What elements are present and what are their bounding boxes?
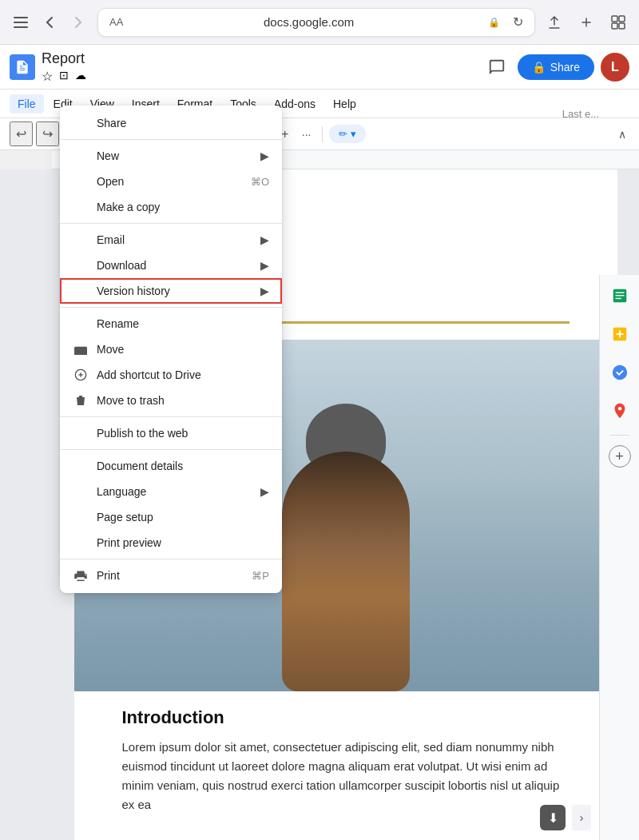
- move-trash-label: Move to trash: [97, 394, 269, 407]
- redo-button[interactable]: ↪: [36, 121, 59, 146]
- trash-icon: [73, 394, 89, 407]
- intro-section: Introduction Lorem ipsum dolor sit amet,…: [74, 691, 617, 830]
- svg-rect-5: [612, 16, 617, 22]
- header-right-area: 🔒 Share L: [482, 53, 629, 82]
- print-shortcut: ⌘P: [252, 570, 269, 582]
- share-label: Share: [550, 61, 580, 74]
- upload-button[interactable]: [543, 11, 566, 34]
- editing-label: ▾: [351, 128, 356, 140]
- menu-option-move[interactable]: Move: [60, 336, 282, 362]
- menu-option-email[interactable]: Email ▶: [60, 227, 282, 253]
- comment-button[interactable]: [482, 53, 511, 82]
- tabs-overview-button[interactable]: [607, 11, 629, 34]
- address-lock-icon: 🔒: [488, 17, 500, 28]
- menu-option-share[interactable]: Share: [60, 110, 282, 136]
- editing-mode-button[interactable]: ✏ ▾: [329, 125, 366, 143]
- maps-sidebar-icon[interactable]: [605, 396, 634, 425]
- add-shortcut-label: Add shortcut to Drive: [97, 368, 269, 381]
- menu-option-doc-details[interactable]: Document details: [60, 453, 282, 479]
- download-submenu-arrow: ▶: [260, 259, 269, 272]
- separator-1: [60, 139, 282, 140]
- add-tab-button[interactable]: [575, 11, 597, 34]
- email-submenu-arrow: ▶: [260, 233, 269, 246]
- menu-option-print[interactable]: Print ⌘P: [60, 563, 282, 588]
- separator-2: [60, 223, 282, 224]
- menu-option-publish-web[interactable]: Publish to the web: [60, 420, 282, 446]
- docs-title-area: Report ☆ ⊡ ☁: [42, 50, 476, 84]
- intro-heading: Introduction: [122, 707, 570, 728]
- sidebar-toggle-button[interactable]: [10, 11, 32, 34]
- sidebar-add-button[interactable]: +: [609, 445, 631, 468]
- svg-rect-7: [612, 23, 617, 29]
- move-folder-icon: [73, 344, 89, 355]
- keep-sidebar-icon[interactable]: [605, 320, 634, 348]
- menu-option-page-setup[interactable]: Page setup: [60, 504, 282, 530]
- version-history-arrow: ▶: [260, 285, 269, 297]
- address-aa-label: AA: [109, 16, 123, 28]
- svg-rect-2: [14, 26, 28, 28]
- publish-web-label: Publish to the web: [97, 427, 269, 440]
- more-options-button[interactable]: ···: [297, 125, 316, 143]
- cloud-icon[interactable]: ☁: [75, 69, 86, 84]
- open-option-label: Open: [97, 175, 243, 188]
- forward-button[interactable]: [67, 11, 89, 34]
- scroll-right-button[interactable]: ›: [572, 805, 591, 830]
- doc-details-label: Document details: [97, 460, 269, 472]
- share-button[interactable]: 🔒 Share: [518, 54, 594, 80]
- edit-pencil-icon: ✏: [339, 128, 347, 140]
- open-shortcut: ⌘O: [251, 176, 269, 188]
- menu-option-move-trash[interactable]: Move to trash: [60, 388, 282, 413]
- svg-rect-8: [619, 23, 625, 29]
- intro-text: Lorem ipsum dolor sit amet, consectetuer…: [122, 738, 570, 814]
- menu-option-make-copy[interactable]: Make a copy: [60, 194, 282, 220]
- menu-option-rename[interactable]: Rename: [60, 311, 282, 336]
- document-title[interactable]: Report: [42, 50, 476, 67]
- menu-option-version-history[interactable]: Version history ▶: [60, 278, 282, 304]
- move-option-label: Move: [97, 343, 269, 356]
- new-option-label: New: [97, 149, 252, 162]
- sidebar-divider: [610, 435, 629, 436]
- menu-option-open[interactable]: Open ⌘O: [60, 169, 282, 194]
- address-text: docs.google.com: [136, 15, 482, 29]
- print-option-label: Print: [97, 569, 244, 582]
- bottom-bar: ⬇ ›: [540, 805, 591, 830]
- browser-actions: [543, 11, 629, 34]
- menu-option-new[interactable]: New ▶: [60, 143, 282, 169]
- toolbar-collapse-button[interactable]: ∧: [615, 125, 629, 144]
- tasks-sidebar-icon[interactable]: [605, 358, 634, 387]
- menu-option-language[interactable]: Language ▶: [60, 479, 282, 504]
- svg-rect-12: [615, 298, 621, 299]
- reload-icon[interactable]: ↻: [513, 14, 523, 30]
- user-avatar[interactable]: L: [601, 53, 629, 82]
- version-history-label: Version history: [97, 285, 252, 297]
- file-menu-dropdown: Share New ▶ Open ⌘O Make a copy Email ▶ …: [60, 105, 282, 593]
- docs-logo: [10, 54, 35, 80]
- address-bar[interactable]: AA docs.google.com 🔒 ↻: [97, 8, 535, 37]
- back-button[interactable]: [38, 11, 61, 34]
- menu-help[interactable]: Help: [325, 94, 364, 113]
- download-option-label: Download: [97, 259, 252, 272]
- toolbar-divider-2: [322, 126, 323, 142]
- svg-rect-10: [615, 292, 624, 293]
- drive-folder-icon[interactable]: ⊡: [59, 69, 69, 84]
- page-setup-label: Page setup: [97, 511, 269, 524]
- right-sidebar: +: [599, 275, 639, 840]
- sheets-sidebar-icon[interactable]: [605, 281, 634, 310]
- svg-rect-6: [619, 16, 625, 22]
- browser-chrome: AA docs.google.com 🔒 ↻: [0, 0, 639, 45]
- menu-file[interactable]: File: [10, 94, 44, 113]
- undo-button[interactable]: ↩: [10, 121, 33, 146]
- star-icon[interactable]: ☆: [42, 69, 53, 84]
- title-icons-row: ☆ ⊡ ☁: [42, 69, 476, 84]
- menu-option-download[interactable]: Download ▶: [60, 253, 282, 278]
- svg-rect-1: [14, 22, 28, 23]
- language-submenu-arrow: ▶: [260, 485, 269, 498]
- svg-point-16: [612, 365, 626, 380]
- make-copy-label: Make a copy: [97, 201, 269, 213]
- menu-option-print-preview[interactable]: Print preview: [60, 530, 282, 555]
- share-option-label: Share: [97, 117, 269, 129]
- menu-option-add-shortcut[interactable]: Add shortcut to Drive: [60, 362, 282, 388]
- left-margin: [0, 169, 52, 840]
- navigate-page-button[interactable]: ⬇: [540, 805, 566, 830]
- print-preview-label: Print preview: [97, 536, 269, 549]
